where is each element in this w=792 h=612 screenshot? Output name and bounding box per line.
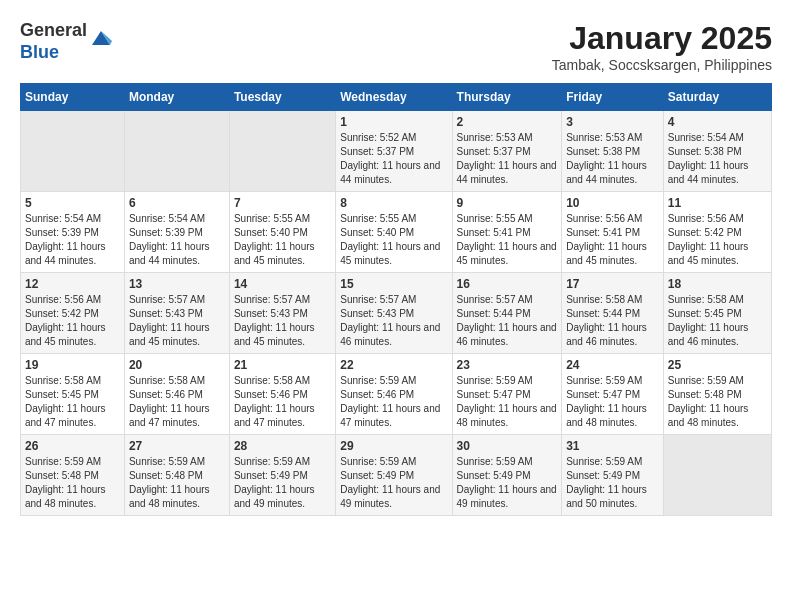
header-thursday: Thursday bbox=[452, 84, 562, 111]
day-number: 31 bbox=[566, 439, 659, 453]
day-info: Sunrise: 5:59 AMSunset: 5:49 PMDaylight:… bbox=[234, 455, 331, 511]
table-row: 30 Sunrise: 5:59 AMSunset: 5:49 PMDaylig… bbox=[452, 435, 562, 516]
day-info: Sunrise: 5:53 AMSunset: 5:38 PMDaylight:… bbox=[566, 131, 659, 187]
table-row: 2 Sunrise: 5:53 AMSunset: 5:37 PMDayligh… bbox=[452, 111, 562, 192]
day-number: 27 bbox=[129, 439, 225, 453]
table-row: 10 Sunrise: 5:56 AMSunset: 5:41 PMDaylig… bbox=[562, 192, 664, 273]
day-number: 18 bbox=[668, 277, 767, 291]
table-row: 13 Sunrise: 5:57 AMSunset: 5:43 PMDaylig… bbox=[124, 273, 229, 354]
header-saturday: Saturday bbox=[663, 84, 771, 111]
day-number: 16 bbox=[457, 277, 558, 291]
logo-general: General bbox=[20, 20, 87, 40]
day-number: 15 bbox=[340, 277, 447, 291]
table-row: 11 Sunrise: 5:56 AMSunset: 5:42 PMDaylig… bbox=[663, 192, 771, 273]
day-number: 26 bbox=[25, 439, 120, 453]
day-info: Sunrise: 5:58 AMSunset: 5:46 PMDaylight:… bbox=[234, 374, 331, 430]
calendar-body: 1 Sunrise: 5:52 AMSunset: 5:37 PMDayligh… bbox=[21, 111, 772, 516]
day-number: 30 bbox=[457, 439, 558, 453]
header-friday: Friday bbox=[562, 84, 664, 111]
page-title: January 2025 bbox=[552, 20, 772, 57]
day-info: Sunrise: 5:54 AMSunset: 5:39 PMDaylight:… bbox=[25, 212, 120, 268]
table-row: 27 Sunrise: 5:59 AMSunset: 5:48 PMDaylig… bbox=[124, 435, 229, 516]
day-number: 5 bbox=[25, 196, 120, 210]
table-row: 19 Sunrise: 5:58 AMSunset: 5:45 PMDaylig… bbox=[21, 354, 125, 435]
day-number: 23 bbox=[457, 358, 558, 372]
table-row: 1 Sunrise: 5:52 AMSunset: 5:37 PMDayligh… bbox=[336, 111, 452, 192]
day-number: 3 bbox=[566, 115, 659, 129]
calendar-header: Sunday Monday Tuesday Wednesday Thursday… bbox=[21, 84, 772, 111]
day-number: 7 bbox=[234, 196, 331, 210]
day-info: Sunrise: 5:55 AMSunset: 5:40 PMDaylight:… bbox=[340, 212, 447, 268]
table-row: 5 Sunrise: 5:54 AMSunset: 5:39 PMDayligh… bbox=[21, 192, 125, 273]
day-info: Sunrise: 5:59 AMSunset: 5:48 PMDaylight:… bbox=[129, 455, 225, 511]
day-info: Sunrise: 5:55 AMSunset: 5:40 PMDaylight:… bbox=[234, 212, 331, 268]
day-info: Sunrise: 5:59 AMSunset: 5:48 PMDaylight:… bbox=[25, 455, 120, 511]
day-number: 8 bbox=[340, 196, 447, 210]
table-row: 21 Sunrise: 5:58 AMSunset: 5:46 PMDaylig… bbox=[229, 354, 335, 435]
logo: General Blue bbox=[20, 20, 112, 63]
day-info: Sunrise: 5:57 AMSunset: 5:43 PMDaylight:… bbox=[340, 293, 447, 349]
day-info: Sunrise: 5:59 AMSunset: 5:49 PMDaylight:… bbox=[340, 455, 447, 511]
day-number: 4 bbox=[668, 115, 767, 129]
table-row: 16 Sunrise: 5:57 AMSunset: 5:44 PMDaylig… bbox=[452, 273, 562, 354]
table-row bbox=[21, 111, 125, 192]
table-row: 25 Sunrise: 5:59 AMSunset: 5:48 PMDaylig… bbox=[663, 354, 771, 435]
table-row: 3 Sunrise: 5:53 AMSunset: 5:38 PMDayligh… bbox=[562, 111, 664, 192]
day-number: 12 bbox=[25, 277, 120, 291]
day-info: Sunrise: 5:57 AMSunset: 5:44 PMDaylight:… bbox=[457, 293, 558, 349]
day-info: Sunrise: 5:55 AMSunset: 5:41 PMDaylight:… bbox=[457, 212, 558, 268]
day-info: Sunrise: 5:57 AMSunset: 5:43 PMDaylight:… bbox=[234, 293, 331, 349]
day-number: 22 bbox=[340, 358, 447, 372]
header-wednesday: Wednesday bbox=[336, 84, 452, 111]
day-info: Sunrise: 5:58 AMSunset: 5:44 PMDaylight:… bbox=[566, 293, 659, 349]
day-info: Sunrise: 5:56 AMSunset: 5:42 PMDaylight:… bbox=[668, 212, 767, 268]
day-number: 17 bbox=[566, 277, 659, 291]
table-row: 23 Sunrise: 5:59 AMSunset: 5:47 PMDaylig… bbox=[452, 354, 562, 435]
day-info: Sunrise: 5:59 AMSunset: 5:46 PMDaylight:… bbox=[340, 374, 447, 430]
day-info: Sunrise: 5:56 AMSunset: 5:41 PMDaylight:… bbox=[566, 212, 659, 268]
day-number: 19 bbox=[25, 358, 120, 372]
table-row: 17 Sunrise: 5:58 AMSunset: 5:44 PMDaylig… bbox=[562, 273, 664, 354]
table-row: 12 Sunrise: 5:56 AMSunset: 5:42 PMDaylig… bbox=[21, 273, 125, 354]
day-number: 20 bbox=[129, 358, 225, 372]
day-info: Sunrise: 5:54 AMSunset: 5:39 PMDaylight:… bbox=[129, 212, 225, 268]
day-number: 6 bbox=[129, 196, 225, 210]
header-monday: Monday bbox=[124, 84, 229, 111]
table-row: 20 Sunrise: 5:58 AMSunset: 5:46 PMDaylig… bbox=[124, 354, 229, 435]
table-row: 6 Sunrise: 5:54 AMSunset: 5:39 PMDayligh… bbox=[124, 192, 229, 273]
day-info: Sunrise: 5:59 AMSunset: 5:47 PMDaylight:… bbox=[566, 374, 659, 430]
day-info: Sunrise: 5:58 AMSunset: 5:46 PMDaylight:… bbox=[129, 374, 225, 430]
table-row: 14 Sunrise: 5:57 AMSunset: 5:43 PMDaylig… bbox=[229, 273, 335, 354]
table-row bbox=[663, 435, 771, 516]
table-row: 31 Sunrise: 5:59 AMSunset: 5:49 PMDaylig… bbox=[562, 435, 664, 516]
day-info: Sunrise: 5:56 AMSunset: 5:42 PMDaylight:… bbox=[25, 293, 120, 349]
table-row: 8 Sunrise: 5:55 AMSunset: 5:40 PMDayligh… bbox=[336, 192, 452, 273]
day-number: 28 bbox=[234, 439, 331, 453]
table-row: 24 Sunrise: 5:59 AMSunset: 5:47 PMDaylig… bbox=[562, 354, 664, 435]
title-block: January 2025 Tambak, Soccsksargen, Phili… bbox=[552, 20, 772, 73]
table-row bbox=[229, 111, 335, 192]
table-row: 15 Sunrise: 5:57 AMSunset: 5:43 PMDaylig… bbox=[336, 273, 452, 354]
day-number: 24 bbox=[566, 358, 659, 372]
table-row: 22 Sunrise: 5:59 AMSunset: 5:46 PMDaylig… bbox=[336, 354, 452, 435]
day-number: 14 bbox=[234, 277, 331, 291]
table-row: 9 Sunrise: 5:55 AMSunset: 5:41 PMDayligh… bbox=[452, 192, 562, 273]
day-info: Sunrise: 5:54 AMSunset: 5:38 PMDaylight:… bbox=[668, 131, 767, 187]
day-number: 9 bbox=[457, 196, 558, 210]
day-info: Sunrise: 5:57 AMSunset: 5:43 PMDaylight:… bbox=[129, 293, 225, 349]
header-sunday: Sunday bbox=[21, 84, 125, 111]
day-info: Sunrise: 5:58 AMSunset: 5:45 PMDaylight:… bbox=[25, 374, 120, 430]
day-number: 2 bbox=[457, 115, 558, 129]
day-number: 25 bbox=[668, 358, 767, 372]
table-row: 7 Sunrise: 5:55 AMSunset: 5:40 PMDayligh… bbox=[229, 192, 335, 273]
table-row: 28 Sunrise: 5:59 AMSunset: 5:49 PMDaylig… bbox=[229, 435, 335, 516]
day-number: 29 bbox=[340, 439, 447, 453]
page-subtitle: Tambak, Soccsksargen, Philippines bbox=[552, 57, 772, 73]
table-row: 4 Sunrise: 5:54 AMSunset: 5:38 PMDayligh… bbox=[663, 111, 771, 192]
calendar-table: Sunday Monday Tuesday Wednesday Thursday… bbox=[20, 83, 772, 516]
table-row: 26 Sunrise: 5:59 AMSunset: 5:48 PMDaylig… bbox=[21, 435, 125, 516]
table-row bbox=[124, 111, 229, 192]
day-info: Sunrise: 5:58 AMSunset: 5:45 PMDaylight:… bbox=[668, 293, 767, 349]
day-info: Sunrise: 5:59 AMSunset: 5:48 PMDaylight:… bbox=[668, 374, 767, 430]
header-tuesday: Tuesday bbox=[229, 84, 335, 111]
